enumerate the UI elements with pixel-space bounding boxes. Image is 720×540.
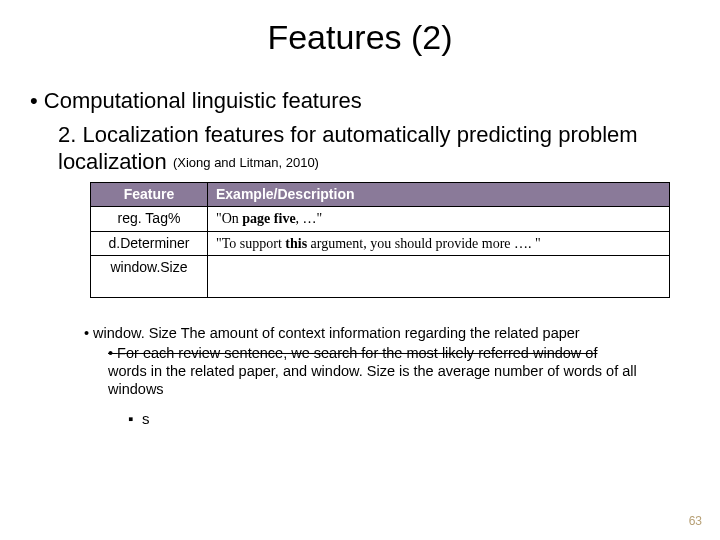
slide-title: Features (2)	[30, 18, 690, 57]
cell-feature: d.Determiner	[91, 231, 208, 256]
citation: (Xiong and Litman, 2010)	[173, 155, 319, 170]
table-row: reg. Tag% "On page five, …"	[91, 207, 670, 232]
th-example: Example/Description	[208, 182, 670, 207]
ex-pre: "On	[216, 211, 242, 226]
ex-post: , …"	[296, 211, 323, 226]
bullet-main: Computational linguistic features	[30, 87, 690, 115]
ex-post: argument, you should provide more …. "	[307, 236, 541, 251]
ex-bold: this	[285, 236, 307, 251]
feature-table: Feature Example/Description reg. Tag% "O…	[90, 182, 670, 299]
sub-numbered: 2. Localization features for automatical…	[58, 121, 690, 176]
lone-s-text: s	[142, 410, 150, 427]
overlay-bullet-2-struck: For each review sentence, we search for …	[108, 344, 674, 362]
overlay-block: window. Size The amount of context infor…	[84, 324, 674, 399]
page-number: 63	[689, 514, 702, 528]
overlay-b1-post: The amount of context information regard…	[181, 325, 580, 341]
cell-feature: window.Size	[91, 256, 208, 298]
feature-table-wrap: Feature Example/Description reg. Tag% "O…	[90, 182, 670, 299]
cell-example: The amount of context information regard…	[208, 256, 670, 298]
overlay-bullet-1: window. Size The amount of context infor…	[84, 324, 674, 342]
body-content: Computational linguistic features 2. Loc…	[30, 87, 690, 298]
table-row: d.Determiner "To support this argument, …	[91, 231, 670, 256]
th-feature: Feature	[91, 182, 208, 207]
overlay-b1-pre: window. Size	[93, 325, 181, 341]
cell-example: "On page five, …"	[208, 207, 670, 232]
table-row: window.Size The amount of context inform…	[91, 256, 670, 298]
cell-example: "To support this argument, you should pr…	[208, 231, 670, 256]
cell-feature: reg. Tag%	[91, 207, 208, 232]
overlay-bullet-2-cont: words in the related paper, and window. …	[108, 362, 674, 398]
ex-bold: page five	[242, 211, 295, 226]
sub-text: 2. Localization features for automatical…	[58, 122, 638, 175]
ex-pre: "To support	[216, 236, 285, 251]
lone-bullet-s: ▪s	[128, 410, 150, 427]
